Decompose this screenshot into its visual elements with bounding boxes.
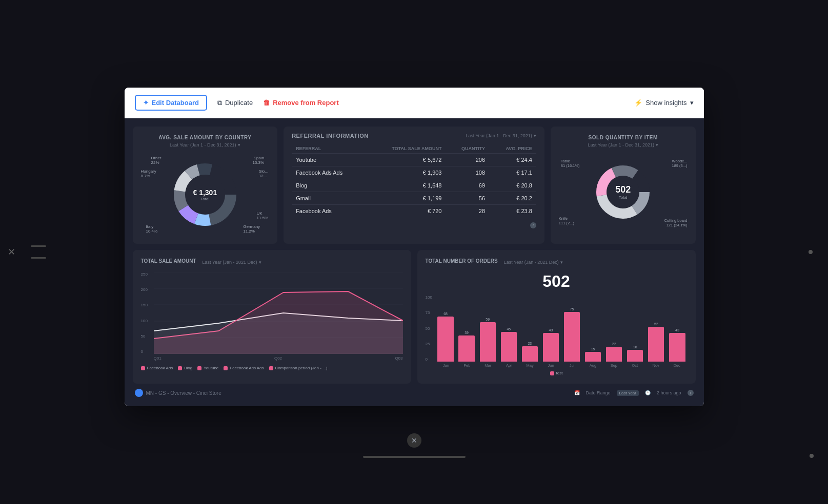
referral-quantity: 69 (446, 179, 489, 192)
referral-total: € 1,903 (367, 166, 446, 179)
bar-column: 18 (625, 295, 645, 362)
total-orders-total: 502 (426, 272, 688, 291)
chevron-down-icon[interactable]: ▾ (656, 142, 658, 148)
duplicate-button[interactable]: ⧉ Duplicate (217, 99, 253, 107)
bar-chart-area: 100 75 50 25 0 68 39 59 45 23 43 75 (426, 295, 688, 362)
show-insights-label: Show insights (645, 99, 686, 107)
total-orders-card: TOTAL NUMBER OF ORDERS Last Year (Jan - … (417, 250, 696, 384)
bar-month-label: May (519, 363, 540, 368)
hungary-label: Hungary8.7% (141, 169, 156, 178)
legend-test: test (550, 371, 563, 375)
close-button-bottom[interactable]: ✕ (407, 433, 421, 448)
referral-period-text: Last Year (Jan 1 - Dec 31, 2021) (466, 133, 532, 138)
referral-total: € 1,648 (367, 179, 446, 192)
other-label: Other22% (151, 156, 161, 165)
edit-databoard-button[interactable]: ✦ Edit Databoard (135, 95, 207, 111)
bar-rect (543, 333, 559, 362)
dashboard-footer: MN - GS - Overview - Cinci Store 📅 Date … (133, 384, 696, 398)
svg-marker-20 (154, 313, 403, 354)
donut-svg (167, 156, 244, 233)
avg-sale-title: AVG. SALE AMOUNT BY COUNTRY (141, 135, 270, 140)
bar-column: 39 (457, 295, 477, 362)
line-chart-svg (154, 272, 403, 354)
footer-right: 📅 Date Range Last Year 🕐 2 hours ago i (574, 390, 694, 396)
total-orders-title: TOTAL NUMBER OF ORDERS (426, 258, 498, 264)
chevron-down-icon[interactable]: ▾ (534, 133, 536, 138)
footer-left: MN - GS - Overview - Cinci Store (135, 389, 221, 397)
donut-chart-country: € 1,301 Total Spain15.3% Slo...12... UK1… (141, 154, 270, 236)
referral-avg-price: € 24.4 (489, 154, 536, 166)
bar-value: 39 (465, 331, 469, 334)
sold-quantity-title: SOLD QUANTITY BY ITEM (559, 135, 688, 140)
legend-dot (141, 366, 145, 370)
line-chart-svg-wrap (154, 272, 403, 354)
bar-column: 75 (562, 295, 582, 362)
chevron-down-icon[interactable]: ▾ (560, 260, 563, 265)
chevron-down-icon: ▾ (690, 99, 694, 107)
close-icon-left[interactable]: ✕ (8, 246, 15, 258)
bar-column: 68 (436, 295, 456, 362)
remove-label: Remove from Report (273, 99, 339, 107)
horizontal-scrollbar[interactable] (363, 456, 466, 458)
total-orders-period[interactable]: Last Year (Jan - 2021 Dec) ▾ (504, 260, 563, 265)
legend-dot (178, 366, 182, 370)
referral-avg-price: € 20.8 (489, 179, 536, 192)
date-range-badge: Last Year (617, 390, 639, 396)
referral-name: Blog (292, 179, 367, 192)
edit-icon: ✦ (143, 99, 149, 107)
toolbar: ✦ Edit Databoard ⧉ Duplicate 🗑 Remove fr… (125, 88, 704, 118)
referral-info-icon: i (292, 219, 536, 228)
referral-table-row: Blog € 1,648 69 € 20.8 (292, 179, 536, 192)
col-avg-price: AVG. PRICE (489, 144, 536, 154)
referral-name: Facebook Ads (292, 205, 367, 218)
footer-info-icon[interactable]: i (688, 390, 694, 396)
bar-rect (669, 333, 685, 362)
date-range-label: Date Range (586, 390, 611, 395)
avg-sale-country-card: AVG. SALE AMOUNT BY COUNTRY Last Year (J… (133, 127, 278, 244)
bar-chart-yaxis: 100 75 50 25 0 (426, 295, 436, 362)
bar-rect (606, 347, 622, 362)
bar-month-label: Dec (667, 363, 688, 368)
line-chart-legend: Facebook Ads Blog Youtube Facebook Ads A… (141, 366, 403, 370)
italy-label: Italy10.4% (146, 224, 158, 234)
bar-value: 45 (507, 327, 511, 331)
uk-label: UK11.5% (256, 211, 268, 220)
total-sale-period[interactable]: Last Year (Jan - 2021 Dec) ▾ (202, 260, 261, 265)
chevron-down-icon[interactable]: ▾ (259, 260, 261, 265)
total-sale-title: TOTAL SALE AMOUNT (141, 258, 196, 264)
bar-chart-content: 68 39 59 45 23 43 75 15 22 18 52 43 (436, 295, 688, 362)
referral-quantity: 56 (446, 192, 489, 205)
bar-column: 22 (604, 295, 624, 362)
table-label: Table81 (16.1%) (561, 159, 580, 168)
bar-value: 22 (612, 342, 616, 346)
col-referral: Referral (292, 144, 367, 154)
sold-quantity-card: SOLD QUANTITY BY ITEM Last Year (Jan 1 -… (551, 127, 696, 244)
referral-period[interactable]: Last Year (Jan 1 - Dec 31, 2021) ▾ (466, 133, 536, 138)
referral-table-row: Gmail € 1,199 56 € 20.2 (292, 192, 536, 205)
referral-avg-price: € 17.1 (489, 166, 536, 179)
bar-value: 52 (654, 322, 658, 326)
show-insights-button[interactable]: ⚡ Show insights ▾ (634, 99, 693, 107)
referral-name: Youtube (292, 154, 367, 166)
bar-month-label: Aug (582, 363, 603, 368)
chevron-down-icon[interactable]: ▾ (238, 142, 240, 148)
bar-value: 15 (591, 347, 595, 351)
total-sale-header: TOTAL SALE AMOUNT Last Year (Jan - 2021 … (141, 258, 403, 266)
cutting-board-label: Cutting board121 (24.1%) (664, 218, 687, 227)
bar-month-label: Feb (456, 363, 477, 368)
total-sale-card: TOTAL SALE AMOUNT Last Year (Jan - 2021 … (133, 250, 411, 384)
sold-quantity-period[interactable]: Last Year (Jan 1 - Dec 31, 2021) ▾ (559, 142, 688, 148)
insights-icon: ⚡ (634, 99, 642, 107)
referral-quantity: 206 (446, 154, 489, 166)
scroll-dot-bottom (810, 454, 814, 458)
bar-value: 18 (633, 345, 637, 349)
referral-table-body: Youtube € 5,672 206 € 24.4 Facebook Ads … (292, 154, 536, 218)
avg-sale-period: Last Year (Jan 1 - Dec 31, 2021) ▾ (141, 142, 270, 148)
legend-test-dot (550, 371, 554, 375)
bar-column: 45 (499, 295, 519, 362)
remove-from-report-button[interactable]: 🗑 Remove from Report (263, 99, 339, 107)
bottom-row: TOTAL SALE AMOUNT Last Year (Jan - 2021 … (133, 250, 696, 384)
bar-month-label: Apr (498, 363, 519, 368)
ctrl-bar (31, 245, 46, 247)
referral-quantity: 28 (446, 205, 489, 218)
